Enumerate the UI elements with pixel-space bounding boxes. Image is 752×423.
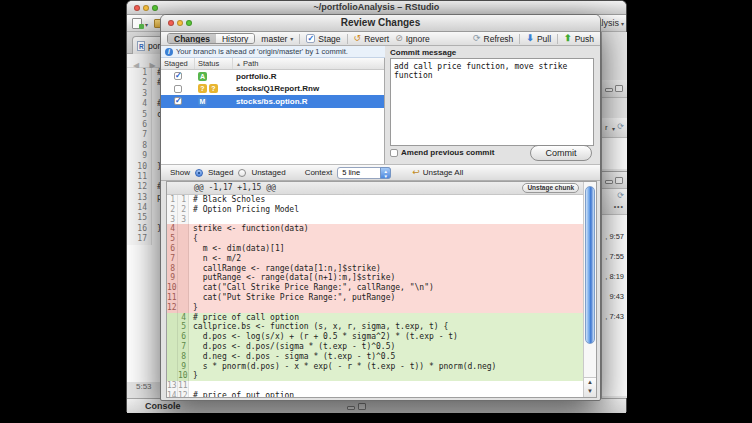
context-select[interactable]: 5 line ▲▼ (337, 167, 391, 179)
minimize-icon[interactable] (177, 20, 183, 26)
diff-line[interactable]: 7 n <- m/2 (167, 254, 583, 264)
line-code (152, 151, 157, 161)
old-line-number: 9 (167, 273, 178, 283)
scrollbar-arrows: ▲ ▼ (584, 377, 596, 397)
minimize-pane-icon[interactable] (347, 406, 355, 410)
column-status[interactable]: Status (195, 58, 233, 69)
line-code (152, 234, 157, 244)
tab-console[interactable]: Console (145, 401, 181, 411)
new-line-number: 2 (178, 205, 189, 215)
stage-check-icon: ✓ (306, 34, 315, 43)
tab-changes[interactable]: Changes (168, 34, 216, 43)
close-icon[interactable] (134, 5, 140, 11)
staged-checkbox[interactable] (174, 72, 182, 80)
unstage-all-button[interactable]: ↩ Unstage All (412, 168, 463, 177)
new-line-number: 1 (178, 195, 189, 205)
staged-checkbox[interactable] (174, 97, 182, 105)
diff-line-text: { (189, 234, 198, 244)
old-line-number (167, 332, 178, 342)
diff-scrollbar[interactable]: ▲ ▼ (583, 182, 596, 397)
scroll-down-icon[interactable]: ▼ (584, 387, 596, 396)
zoom-icon[interactable] (152, 5, 158, 11)
file-path: stocks/Q1Report.Rnw (233, 84, 384, 93)
diff-line[interactable]: 9 s * pnorm(d.pos) - x * exp( - r * (t.e… (167, 362, 583, 372)
scroll-up-icon[interactable]: ▲ (584, 378, 596, 387)
diff-line[interactable]: 9 putRange <- range(data[(n+1):m,]$strik… (167, 273, 583, 283)
stage-button[interactable]: ✓ Stage (306, 34, 340, 44)
diff-line[interactable]: 12 } (167, 303, 583, 313)
diff-line[interactable]: 10 } (167, 371, 583, 381)
unstage-chunk-button[interactable]: Unstage chunk (522, 183, 579, 193)
diff-line-text: m <- dim(data)[1] (189, 244, 285, 254)
more-icon[interactable]: ••• (614, 203, 624, 210)
diff-line[interactable]: 11 cat("Put Strike Price Range:", putRan… (167, 293, 583, 303)
close-icon[interactable] (168, 20, 174, 26)
table-row[interactable]: ? ? stocks/Q1Report.Rnw (161, 83, 384, 96)
diff-line[interactable]: 7 d.pos <- d.pos/(sigma * (t.exp - t)^0.… (167, 342, 583, 352)
ignore-button[interactable]: ⊘ Ignore (395, 34, 430, 44)
zoom-icon[interactable] (186, 20, 192, 26)
minimize-pane-icon[interactable] (605, 180, 613, 184)
diff-line[interactable]: 5 { (167, 234, 583, 244)
line-number: 9 (127, 151, 152, 161)
diff-line[interactable]: 10 cat("Call Strike Price Range:", callR… (167, 283, 583, 293)
maximize-pane-icon[interactable] (358, 403, 366, 410)
table-row[interactable]: M stocks/bs.option.R (161, 95, 384, 108)
diff-line[interactable]: 14 12 # price of put option (167, 391, 583, 397)
revert-button[interactable]: ↺ Revert (354, 34, 390, 44)
line-number: 16 (127, 224, 152, 234)
dialog-titlebar[interactable]: Review Changes (161, 15, 600, 32)
dialog-toolbar-right: ⟳ Refresh ⬇ Pull ⬆ Push (473, 34, 594, 44)
new-line-number (178, 273, 189, 283)
diff-line-text: } (189, 303, 198, 313)
chevron-down-icon[interactable]: ▾ (612, 125, 615, 132)
old-line-number: 5 (167, 234, 178, 244)
branch-selector[interactable]: master ▾ (261, 34, 293, 44)
diff-line[interactable]: 8 callRange <- range(data[1:n,]$strike) (167, 264, 583, 274)
chevron-down-icon[interactable]: ▾ (145, 21, 148, 28)
refresh-icon[interactable]: ⟳ (617, 122, 624, 131)
diff-line[interactable]: 1 1 # Black Scholes (167, 195, 583, 205)
diff-line[interactable]: 8 d.neg <- d.pos - sigma * (t.exp - t)^0… (167, 352, 583, 362)
staged-checkbox[interactable] (174, 85, 182, 93)
new-line-number: 5 (178, 322, 189, 332)
maximize-pane-icon[interactable] (615, 85, 623, 92)
commit-button[interactable]: Commit (530, 145, 592, 161)
context-value: 5 line (342, 168, 360, 177)
pull-button[interactable]: ⬇ Pull (526, 34, 551, 44)
diff-line[interactable]: 6 m <- dim(data)[1] (167, 244, 583, 254)
diff-line-text: s * pnorm(d.pos) - x * exp( - r * (t.exp… (189, 362, 496, 372)
line-code (152, 141, 157, 151)
column-staged[interactable]: Staged (161, 58, 195, 69)
line-number: 3 (127, 89, 152, 99)
refresh-icon[interactable]: ⟳ (617, 191, 624, 200)
table-row[interactable]: A portfolio.R (161, 70, 384, 83)
commit-panel: Commit message add call price function, … (385, 46, 600, 164)
tab-history[interactable]: History (216, 34, 254, 43)
diff-line[interactable]: 6 d.pos <- log(s/x) + (r + 0.5 * sigma^2… (167, 332, 583, 342)
diff-line[interactable]: 3 3 (167, 215, 583, 225)
stepper-icon: ▲▼ (380, 167, 391, 179)
diff-line-text: # price of put option (189, 391, 294, 397)
column-path[interactable]: ▲ Path (233, 58, 384, 69)
minimize-pane-icon[interactable] (605, 88, 613, 92)
staged-radio[interactable] (195, 169, 203, 177)
diff-line[interactable]: 5 callprice.bs <- function (s, x, r, sig… (167, 322, 583, 332)
amend-checkbox[interactable] (390, 149, 398, 157)
diff-line[interactable]: 4 strike <- function(data) (167, 224, 583, 234)
minimize-icon[interactable] (143, 5, 149, 11)
new-file-icon[interactable] (132, 18, 142, 29)
diff-line[interactable]: 4 # price of call option (167, 313, 583, 323)
push-button[interactable]: ⬆ Push (564, 34, 594, 44)
show-label: Show (170, 168, 190, 177)
maximize-pane-icon[interactable] (615, 177, 623, 184)
diff-line[interactable]: 2 2 # Option Pricing Model (167, 205, 583, 215)
refresh-button[interactable]: ⟳ Refresh (473, 34, 513, 44)
unstage-icon: ↩ (412, 168, 420, 177)
commit-message-input[interactable]: add call price function, move strike fun… (390, 58, 594, 146)
main-titlebar[interactable]: ~/portfolioAnalysis – RStudio (127, 1, 626, 15)
pane-controls (605, 85, 623, 92)
diff-line[interactable]: 13 11 (167, 381, 583, 391)
scrollbar-thumb[interactable] (585, 186, 595, 344)
unstaged-radio[interactable] (238, 169, 246, 177)
